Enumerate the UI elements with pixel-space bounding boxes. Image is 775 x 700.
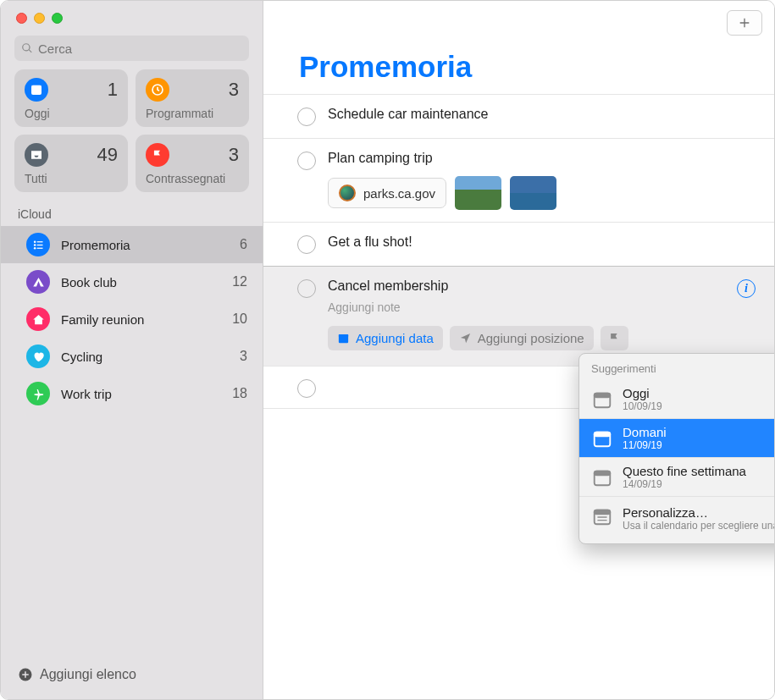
list-title: Promemoria	[263, 45, 774, 94]
svg-rect-11	[339, 334, 348, 337]
suggestion-label: Domani	[623, 425, 667, 439]
main-panel: Promemoria Schedule car maintenance Plan…	[263, 1, 774, 699]
sidebar-section-title: iCloud	[1, 199, 263, 226]
reminder-row[interactable]: Get a flu shot!	[263, 222, 774, 266]
list-item-work-trip[interactable]: Work trip 18	[1, 375, 263, 412]
svg-rect-1	[31, 85, 42, 88]
suggestion-custom[interactable]: Personalizza… Usa il calendario per sceg…	[579, 497, 775, 543]
list-name: Book club	[61, 275, 221, 289]
reminder-notes-input[interactable]: Aggiungi note	[328, 300, 725, 314]
close-window-button[interactable]	[16, 13, 27, 24]
sidebar: 1 Oggi 3 Programmati 49	[1, 1, 263, 699]
image-attachment[interactable]	[510, 176, 556, 210]
reminders-window: 1 Oggi 3 Programmati 49	[0, 0, 775, 700]
smart-lists-grid: 1 Oggi 3 Programmati 49	[1, 69, 263, 199]
image-attachment[interactable]	[455, 176, 501, 210]
calendar-icon	[591, 466, 613, 488]
smart-count: 3	[229, 79, 239, 101]
reminder-title: Schedule car maintenance	[328, 107, 756, 122]
house-icon	[26, 307, 50, 331]
suggestion-tomorrow[interactable]: Domani 11/09/19	[579, 419, 775, 458]
favicon-icon	[339, 185, 356, 201]
list-item-book-club[interactable]: Book club 12	[1, 263, 263, 300]
plus-circle-icon	[18, 667, 33, 682]
reminder-row[interactable]: Plan camping trip parks.ca.gov	[263, 138, 774, 222]
search-icon	[21, 42, 33, 54]
suggestion-description: Usa il calendario per scegliere una data	[623, 520, 775, 533]
info-button[interactable]: i	[737, 279, 756, 298]
minimize-window-button[interactable]	[34, 13, 45, 24]
suggestion-label: Oggi	[623, 386, 662, 400]
reminder-row-editing[interactable]: Cancel membership Aggiungi note Aggiungi…	[263, 266, 774, 366]
smart-list-today[interactable]: 1 Oggi	[14, 69, 128, 127]
plus-icon	[738, 16, 751, 30]
svg-point-7	[33, 247, 36, 250]
svg-rect-15	[595, 432, 611, 436]
list-count: 10	[232, 311, 247, 327]
link-text: parks.ca.gov	[363, 186, 435, 201]
fullscreen-window-button[interactable]	[52, 13, 63, 24]
popover-title: Suggerimenti	[579, 354, 775, 380]
svg-rect-19	[595, 510, 611, 515]
smart-count: 1	[108, 79, 118, 101]
list-item-family-reunion[interactable]: Family reunion 10	[1, 300, 263, 338]
search-field[interactable]	[14, 36, 249, 61]
smart-list-all[interactable]: 49 Tutti	[14, 135, 128, 192]
link-attachment[interactable]: parks.ca.gov	[328, 178, 446, 208]
lists-container: Promemoria 6 Book club 12 Family reunion…	[1, 226, 263, 655]
svg-rect-6	[36, 244, 42, 245]
location-arrow-icon	[459, 332, 472, 344]
list-count: 6	[240, 237, 247, 252]
list-name: Family reunion	[61, 312, 221, 327]
svg-rect-8	[36, 247, 42, 248]
calendar-icon	[591, 389, 613, 411]
add-location-chip[interactable]: Aggiungi posizione	[450, 326, 594, 350]
add-list-button[interactable]: Aggiungi elenco	[1, 655, 263, 699]
list-count: 12	[232, 274, 247, 289]
heart-icon	[26, 344, 50, 368]
suggestion-weekend[interactable]: Questo fine settimana 14/09/19	[579, 458, 775, 497]
calendar-icon	[591, 427, 613, 449]
smart-list-scheduled[interactable]: 3 Programmati	[136, 69, 249, 127]
reminder-title[interactable]: Cancel membership	[328, 278, 725, 294]
suggestion-today[interactable]: Oggi 10/09/19	[579, 380, 775, 419]
chip-label: Aggiungi data	[356, 331, 434, 345]
flag-chip[interactable]	[601, 326, 628, 350]
list-name: Cycling	[61, 350, 229, 364]
complete-checkbox[interactable]	[297, 152, 316, 170]
flag-icon	[608, 332, 621, 344]
complete-checkbox[interactable]	[297, 107, 316, 126]
suggestion-date: 14/09/19	[623, 478, 746, 490]
svg-rect-13	[595, 393, 611, 397]
smart-label: Tutti	[25, 172, 118, 185]
smart-label: Contrassegnati	[146, 172, 239, 185]
calendar-today-icon	[25, 78, 48, 102]
smart-count: 3	[229, 144, 239, 166]
add-reminder-button[interactable]	[727, 10, 762, 36]
smart-list-flagged[interactable]: 3 Contrassegnati	[136, 135, 249, 192]
add-list-label: Aggiungi elenco	[40, 667, 136, 682]
reminder-row[interactable]: Schedule car maintenance	[263, 94, 774, 138]
list-count: 3	[240, 349, 247, 364]
reminder-title: Plan camping trip	[328, 151, 756, 166]
smart-label: Programmati	[146, 107, 239, 120]
complete-checkbox[interactable]	[297, 235, 316, 254]
flag-icon	[146, 143, 169, 167]
complete-checkbox[interactable]	[297, 379, 316, 398]
list-name: Work trip	[61, 387, 221, 401]
complete-checkbox[interactable]	[297, 279, 316, 298]
svg-rect-17	[595, 471, 611, 475]
smart-count: 49	[97, 144, 118, 166]
inbox-icon	[25, 143, 48, 167]
window-controls	[1, 1, 263, 29]
suggestion-date: 10/09/19	[623, 400, 662, 412]
date-suggestions-popover: Suggerimenti Oggi 10/09/19 Domani 11/09/…	[578, 353, 775, 544]
suggestion-label: Questo fine settimana	[623, 464, 746, 478]
reminder-title: Get a flu shot!	[328, 234, 756, 250]
add-date-chip[interactable]: Aggiungi data	[328, 326, 443, 350]
chip-label: Aggiungi posizione	[478, 331, 584, 345]
search-input[interactable]	[38, 41, 242, 56]
main-toolbar	[263, 1, 774, 45]
list-item-promemoria[interactable]: Promemoria 6	[1, 226, 263, 263]
list-item-cycling[interactable]: Cycling 3	[1, 338, 263, 375]
